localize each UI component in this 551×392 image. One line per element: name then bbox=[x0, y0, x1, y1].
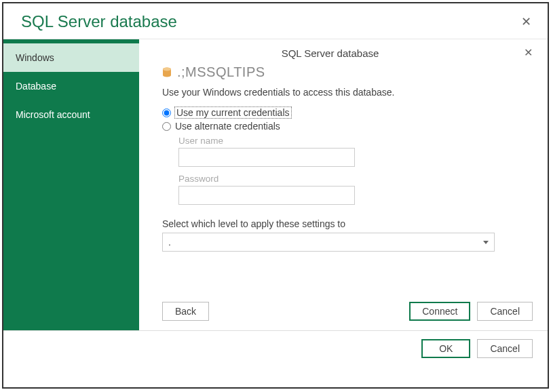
radio-alternate-credentials[interactable]: Use alternate credentials bbox=[162, 121, 525, 132]
radio-alternate-input[interactable] bbox=[162, 122, 171, 131]
connect-button[interactable]: Connect bbox=[409, 302, 470, 321]
instructions-text: Use your Windows credentials to access t… bbox=[162, 87, 525, 98]
sidebar-item-label: Database bbox=[16, 81, 56, 92]
password-label: Password bbox=[178, 174, 525, 184]
close-icon[interactable]: ✕ bbox=[517, 12, 535, 32]
radio-alternate-label: Use alternate credentials bbox=[175, 121, 280, 132]
radio-current-input[interactable] bbox=[162, 109, 171, 117]
database-name: .;MSSQLTIPS bbox=[177, 64, 265, 80]
outer-cancel-button[interactable]: Cancel bbox=[477, 339, 533, 358]
ok-button[interactable]: OK bbox=[421, 339, 470, 358]
sidebar-item-microsoft-account[interactable]: Microsoft account bbox=[3, 100, 139, 129]
sidebar-item-windows[interactable]: Windows bbox=[3, 43, 139, 72]
sidebar-item-label: Microsoft account bbox=[16, 109, 90, 120]
svg-point-1 bbox=[163, 67, 171, 71]
username-label: User name bbox=[178, 136, 525, 146]
inner-cancel-button[interactable]: Cancel bbox=[477, 302, 533, 321]
password-field[interactable] bbox=[178, 186, 355, 205]
level-selected-value: . bbox=[168, 237, 171, 248]
auth-method-sidebar: Windows Database Microsoft account bbox=[3, 39, 139, 330]
database-icon bbox=[162, 67, 172, 78]
chevron-down-icon bbox=[483, 241, 489, 244]
sidebar-item-label: Windows bbox=[16, 52, 54, 63]
database-identifier: .;MSSQLTIPS bbox=[162, 64, 525, 80]
username-field[interactable] bbox=[178, 148, 355, 167]
back-button[interactable]: Back bbox=[162, 302, 209, 321]
radio-current-credentials[interactable]: Use my current credentials bbox=[162, 107, 525, 118]
level-label: Select which level to apply these settin… bbox=[162, 218, 525, 229]
inner-dialog-title: SQL Server database bbox=[139, 45, 521, 59]
level-select[interactable]: . bbox=[162, 233, 495, 252]
inner-close-icon[interactable]: ✕ bbox=[521, 45, 535, 60]
radio-current-label: Use my current credentials bbox=[175, 107, 291, 118]
outer-dialog-title: SQL Server database bbox=[21, 12, 177, 31]
sidebar-item-database[interactable]: Database bbox=[3, 72, 139, 100]
